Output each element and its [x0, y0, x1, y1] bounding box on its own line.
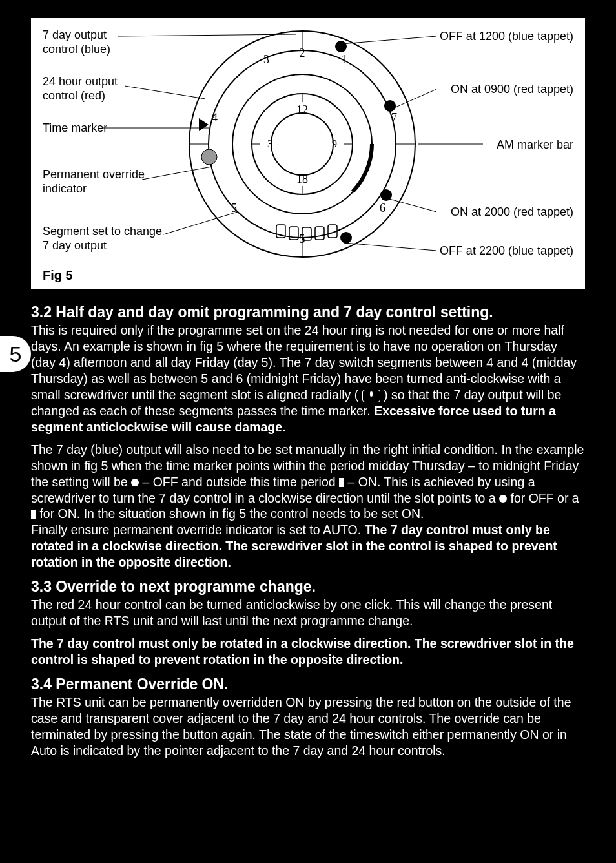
label-line: 24 hour output [43, 75, 118, 88]
svg-point-28 [335, 41, 347, 52]
text-run: for OFF or a [507, 491, 579, 505]
svg-line-9 [344, 243, 436, 251]
label-on-0900: ON at 0900 (red tappet) [451, 83, 573, 97]
label-off-2200: OFF at 2200 (blue tappet) [440, 244, 573, 258]
heading-3-3: 3.3 Override to next programme change. [31, 578, 585, 596]
document-page: 12 18 9 3 3 2 1 7 6 5 5 4 7 day outputco… [0, 0, 616, 796]
heading-3-4: 3.4 Permanent Override ON. [31, 676, 585, 693]
bar-icon [31, 510, 36, 519]
svg-text:5: 5 [231, 202, 237, 214]
svg-marker-36 [199, 118, 209, 131]
para-3-3-2: The 7 day control must only be rotated i… [31, 636, 585, 668]
heading-3-2: 3.2 Half day and day omit programming an… [31, 304, 585, 321]
bar-icon [339, 478, 344, 487]
svg-line-1 [125, 86, 205, 99]
svg-text:3: 3 [267, 138, 272, 149]
svg-point-29 [384, 100, 396, 112]
label-line: indicator [43, 182, 87, 195]
svg-line-3 [142, 167, 212, 180]
svg-point-10 [189, 31, 415, 257]
label-line: 7 day output [43, 239, 107, 252]
svg-text:3: 3 [263, 53, 269, 66]
svg-line-5 [341, 36, 436, 44]
label-off-1200: OFF at 1200 (blue tappet) [440, 30, 573, 44]
svg-text:12: 12 [296, 103, 308, 116]
text-run: for ON. In the situation shown in fig 5 … [36, 506, 424, 521]
para-3-4-1: The RTS unit can be permanently overridd… [31, 694, 585, 759]
label-7day-output: 7 day outputcontrol (blue) [43, 28, 110, 56]
svg-point-30 [380, 189, 392, 201]
svg-text:18: 18 [296, 172, 308, 185]
page-number-badge: 5 [0, 336, 31, 372]
para-3-2-2: The 7 day (blue) output will also need t… [31, 442, 585, 571]
label-line: control (blue) [43, 43, 110, 56]
text-run: Finally ensure permanent override indica… [31, 523, 365, 537]
para-3-3-1: The red 24 hour control can be turned an… [31, 597, 585, 629]
svg-point-14 [271, 113, 333, 175]
label-segment-set: Segment set to change7 day output [43, 225, 162, 253]
label-on-2000: ON at 2000 (red tappet) [451, 205, 573, 220]
label-line: Permanent override [43, 168, 145, 181]
label-line: 7 day output [43, 28, 107, 41]
svg-rect-44 [315, 227, 324, 240]
svg-text:6: 6 [380, 202, 385, 214]
label-am-marker: AM marker bar [497, 138, 573, 152]
label-line: Segment set to change [43, 225, 162, 238]
svg-point-31 [340, 232, 352, 244]
text-run: – OFF and outside this time period [139, 475, 339, 489]
dot-icon [499, 495, 507, 503]
svg-text:9: 9 [332, 138, 337, 149]
label-line: Time marker [43, 121, 107, 134]
segment-icon [362, 390, 380, 402]
svg-text:1: 1 [341, 53, 347, 66]
label-permanent-override: Permanent overrideindicator [43, 168, 145, 196]
dot-icon [131, 479, 139, 486]
bold-warning: The 7 day control must only be rotated i… [31, 636, 574, 667]
figure-5-diagram: 12 18 9 3 3 2 1 7 6 5 5 4 7 day outputco… [31, 18, 585, 289]
svg-line-6 [393, 89, 436, 109]
label-line: control (red) [43, 89, 105, 102]
figure-number: Fig 5 [43, 268, 73, 283]
svg-line-4 [163, 212, 238, 234]
label-time-marker: Time marker [43, 121, 107, 136]
para-3-2-1: This is required only if the programme s… [31, 322, 585, 435]
svg-text:7: 7 [391, 111, 397, 124]
svg-text:4: 4 [212, 111, 218, 124]
svg-point-27 [201, 149, 217, 165]
label-24h-output: 24 hour outputcontrol (red) [43, 75, 118, 103]
